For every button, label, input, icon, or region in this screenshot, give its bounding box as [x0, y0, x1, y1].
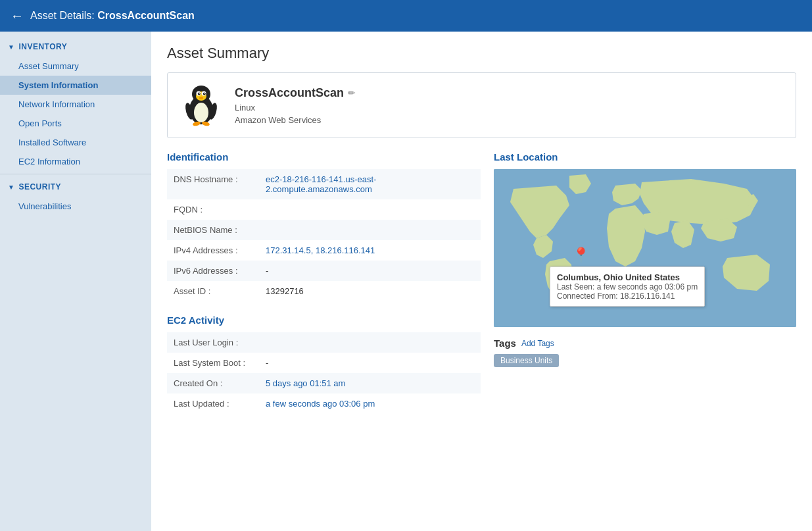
- page-title: Asset Summary: [167, 45, 796, 62]
- table-row: DNS Hostname : ec2-18-216-116-141.us-eas…: [167, 169, 481, 199]
- sidebar-item-network-information[interactable]: Network Information: [0, 95, 151, 114]
- page-header: ← Asset Details: CrossAccountScan: [0, 0, 812, 32]
- field-label: Last System Boot :: [167, 353, 259, 373]
- last-location-title: Last Location: [494, 151, 796, 163]
- sidebar-item-system-information[interactable]: System Information: [0, 76, 151, 95]
- svg-point-8: [199, 93, 200, 94]
- asset-logo: [178, 82, 224, 128]
- svg-point-1: [194, 103, 208, 122]
- table-row: FQDN :: [167, 199, 481, 220]
- inventory-section-header[interactable]: ▼ INVENTORY: [0, 37, 151, 57]
- table-row: Last System Boot : -: [167, 353, 481, 373]
- field-value: -: [259, 353, 481, 373]
- table-row: IPv4 Addresses : 172.31.14.5, 18.216.116…: [167, 240, 481, 261]
- field-label: Last User Login :: [167, 332, 259, 353]
- map-container: 📍 Columbus, Ohio United States Last Seen…: [494, 169, 796, 327]
- asset-os: Linux: [235, 103, 355, 113]
- field-value: [259, 332, 481, 353]
- ec2-title: EC2 Activity: [167, 315, 481, 326]
- field-value: a few seconds ago 03:06 pm: [259, 393, 481, 414]
- table-row: Last User Login :: [167, 332, 481, 353]
- asset-info: CrossAccountScan ✏ Linux Amazon Web Serv…: [235, 86, 355, 125]
- field-label: FQDN :: [167, 199, 259, 220]
- tooltip-connected: Connected From: 18.216.116.141: [557, 291, 698, 301]
- tooltip-city: Columbus, Ohio United States: [557, 272, 698, 282]
- identification-table: DNS Hostname : ec2-18-216-116-141.us-eas…: [167, 169, 481, 301]
- map-tooltip: Columbus, Ohio United States Last Seen: …: [550, 266, 705, 307]
- header-asset-name: CrossAccountScan: [97, 10, 195, 21]
- tags-title: Tags: [494, 338, 516, 349]
- tags-header: Tags Add Tags: [494, 338, 796, 349]
- asset-provider: Amazon Web Services: [235, 115, 355, 125]
- two-col-layout: Identification DNS Hostname : ec2-18-216…: [167, 151, 796, 427]
- add-tags-link[interactable]: Add Tags: [521, 339, 554, 348]
- asset-name-text: CrossAccountScan: [235, 86, 344, 100]
- security-arrow: ▼: [8, 184, 14, 191]
- sidebar-item-ec2-information[interactable]: EC2 Information: [0, 152, 151, 171]
- tags-section: Tags Add Tags Business Units: [494, 338, 796, 367]
- field-label: Asset ID :: [167, 281, 259, 301]
- table-row: Asset ID : 13292716: [167, 281, 481, 301]
- map-pin: 📍: [572, 247, 590, 264]
- identification-title: Identification: [167, 151, 481, 163]
- field-value: -: [259, 261, 481, 281]
- field-label: IPv6 Addresses :: [167, 261, 259, 281]
- tooltip-seen: Last Seen: a few seconds ago 03:06 pm: [557, 282, 698, 291]
- right-column: Last Location: [494, 151, 796, 427]
- left-column: Identification DNS Hostname : ec2-18-216…: [167, 151, 481, 427]
- field-label: DNS Hostname :: [167, 169, 259, 199]
- field-label: Last Updated :: [167, 393, 259, 414]
- sidebar: ▼ INVENTORY Asset Summary System Informa…: [0, 32, 151, 531]
- table-row: Created On : 5 days ago 01:51 am: [167, 373, 481, 393]
- edit-icon[interactable]: ✏: [348, 88, 355, 98]
- security-label: SECURITY: [18, 182, 61, 191]
- tag-badge[interactable]: Business Units: [494, 354, 559, 367]
- table-row: IPv6 Addresses : -: [167, 261, 481, 281]
- field-label: NetBIOS Name :: [167, 220, 259, 240]
- table-row: NetBIOS Name :: [167, 220, 481, 240]
- security-section-header[interactable]: ▼ SECURITY: [0, 177, 151, 197]
- field-value: [259, 199, 481, 220]
- sidebar-item-installed-software[interactable]: Installed Software: [0, 133, 151, 152]
- field-label: Created On :: [167, 373, 259, 393]
- sidebar-item-open-ports[interactable]: Open Ports: [0, 114, 151, 133]
- inventory-arrow: ▼: [8, 43, 14, 51]
- header-title: Asset Details: CrossAccountScan: [30, 10, 195, 22]
- sidebar-divider: [0, 174, 151, 174]
- svg-point-10: [199, 97, 203, 99]
- ec2-section: EC2 Activity Last User Login : Last Syst…: [167, 315, 481, 414]
- field-value: ec2-18-216-116-141.us-east-2.compute.ama…: [259, 169, 481, 199]
- back-button[interactable]: ←: [11, 9, 24, 24]
- ec2-table: Last User Login : Last System Boot : - C…: [167, 332, 481, 414]
- svg-point-9: [204, 93, 205, 94]
- asset-name: CrossAccountScan ✏: [235, 86, 355, 100]
- field-value: 172.31.14.5, 18.216.116.141: [259, 240, 481, 261]
- asset-card: CrossAccountScan ✏ Linux Amazon Web Serv…: [167, 72, 796, 138]
- main-layout: ▼ INVENTORY Asset Summary System Informa…: [0, 32, 812, 531]
- sidebar-item-asset-summary[interactable]: Asset Summary: [0, 57, 151, 76]
- inventory-label: INVENTORY: [18, 42, 67, 51]
- table-row: Last Updated : a few seconds ago 03:06 p…: [167, 393, 481, 414]
- field-value: [259, 220, 481, 240]
- main-content: Asset Summary: [151, 32, 812, 531]
- field-value: 5 days ago 01:51 am: [259, 373, 481, 393]
- field-label: IPv4 Addresses :: [167, 240, 259, 261]
- header-title-prefix: Asset Details:: [30, 10, 95, 21]
- sidebar-item-vulnerabilities[interactable]: Vulnerabilities: [0, 197, 151, 216]
- field-value: 13292716: [259, 281, 481, 301]
